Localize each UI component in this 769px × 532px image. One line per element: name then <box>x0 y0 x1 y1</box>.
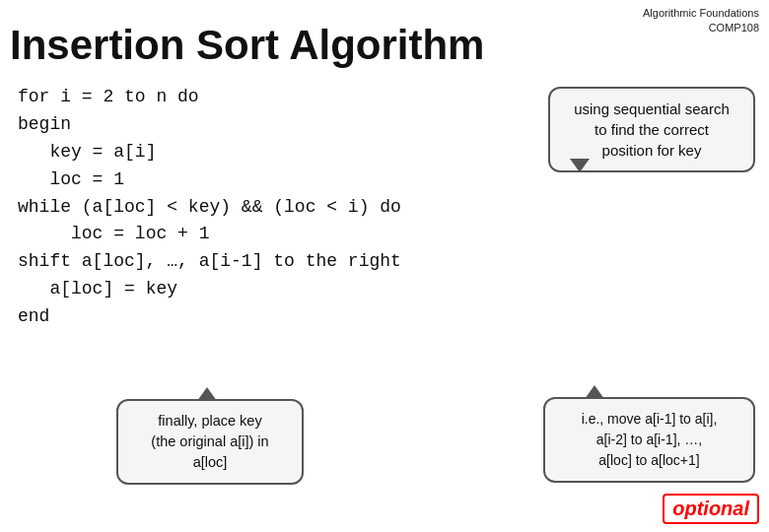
callout-sequential-search: using sequential searchto find the corre… <box>548 87 755 172</box>
code-line-3: key = a[i] <box>18 139 401 166</box>
optional-label: optional <box>663 494 759 524</box>
code-line-5: while (a[loc] < key) && (loc < i) do <box>18 194 401 222</box>
callout-move-description: i.e., move a[i-1] to a[i], a[i-2] to a[i… <box>543 397 755 483</box>
header-line2: COMP108 <box>709 22 759 33</box>
callout-top-text: using sequential searchto find the corre… <box>574 100 730 159</box>
callout-place-key: finally, place key (the original a[i]) i… <box>116 399 304 485</box>
header-line1: Algorithmic Foundations <box>643 7 759 19</box>
page-title: Insertion Sort Algorithm <box>10 22 484 69</box>
code-line-2: begin <box>18 111 401 139</box>
code-line-9: end <box>18 303 401 331</box>
code-line-7: shift a[loc], …, a[i-1] to the right <box>18 248 401 276</box>
code-block: for i = 2 to n do begin key = a[i] loc =… <box>18 84 401 331</box>
code-line-4: loc = 1 <box>18 166 401 194</box>
code-line-1: for i = 2 to n do <box>18 84 401 111</box>
code-line-8: a[loc] = key <box>18 276 401 303</box>
code-line-6: loc = loc + 1 <box>18 221 401 248</box>
callout-right-text: i.e., move a[i-1] to a[i], a[i-2] to a[i… <box>582 411 718 468</box>
header-info: Algorithmic Foundations COMP108 <box>643 6 759 36</box>
callout-center-text: finally, place key (the original a[i]) i… <box>151 413 268 470</box>
